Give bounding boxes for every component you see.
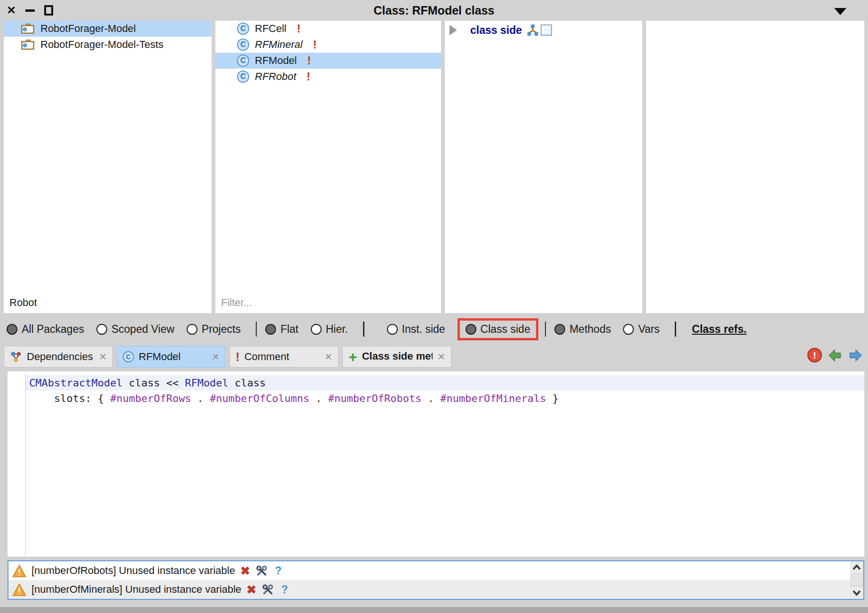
- scroll-down-icon[interactable]: [850, 587, 863, 599]
- tab-close-icon[interactable]: ✕: [212, 351, 220, 362]
- class-side-annotation-box: Class side: [458, 318, 538, 340]
- code-line-2: slots: { #numberOfRows . #numberOfColumn…: [8, 391, 864, 406]
- class-item-rfrobot[interactable]: C RFRobot !: [215, 69, 441, 85]
- radio-hier[interactable]: Hier.: [311, 323, 348, 336]
- class-item-rfmodel[interactable]: C RFModel !: [215, 53, 441, 69]
- tab-label: Dependencies: [27, 351, 94, 363]
- window-title: Class: RFModel class: [0, 0, 868, 21]
- navigate-forward-icon[interactable]: [848, 348, 862, 362]
- extension-checkbox-icon[interactable]: [541, 24, 552, 36]
- radio-button-icon[interactable]: [387, 324, 398, 335]
- classes-filter[interactable]: [215, 292, 441, 313]
- code-line-1: CMAbstractModel class << RFModel class: [26, 375, 864, 391]
- qa-warning-text: [numberOfRobots] Unused instance variabl…: [32, 565, 235, 577]
- radio-scoped-view[interactable]: Scoped View: [96, 323, 174, 336]
- comment-warning-icon: !: [236, 350, 240, 364]
- class-label: RFModel: [255, 55, 297, 67]
- class-icon: C: [123, 351, 134, 362]
- radio-label: Projects: [202, 323, 241, 336]
- fix-tools-icon[interactable]: [255, 565, 268, 577]
- qa-warning-row[interactable]: [numberOfMinerals] Unused instance varia…: [8, 580, 863, 599]
- radio-projects[interactable]: Projects: [187, 323, 241, 336]
- class-warning-badge: !: [297, 22, 300, 35]
- code-editor[interactable]: CMAbstractModel class << RFModel class s…: [8, 371, 864, 557]
- radio-label: Vars: [638, 323, 660, 336]
- navigate-back-icon[interactable]: [828, 348, 842, 362]
- radio-label: Methods: [569, 323, 611, 336]
- class-warning-badge: !: [313, 38, 316, 51]
- tab-close-icon[interactable]: ✕: [99, 351, 107, 362]
- qa-warning-text: [numberOfMinerals] Unused instance varia…: [32, 583, 241, 596]
- packages-filter[interactable]: [4, 292, 212, 313]
- pharo-system-browser-window: { "window": { "title": "Class: RFModel c…: [0, 0, 868, 613]
- protocol-item-class-side[interactable]: class side: [445, 21, 642, 39]
- help-question-icon[interactable]: ?: [281, 583, 288, 596]
- packages-filter-input[interactable]: [4, 292, 212, 313]
- radio-class-side[interactable]: Class side: [466, 323, 530, 336]
- radio-button-icon[interactable]: [623, 324, 634, 335]
- radio-all-packages[interactable]: All Packages: [7, 323, 84, 336]
- radio-label: Scoped View: [111, 323, 174, 336]
- package-item-robotforager-model-tests[interactable]: RobotForager-Model-Tests: [4, 37, 212, 53]
- ban-rule-icon[interactable]: ✖: [246, 583, 256, 597]
- class-item-rfmineral[interactable]: C RFMineral !: [215, 37, 441, 53]
- toolbar-separator: [675, 322, 676, 337]
- window-close-icon[interactable]: ✕: [7, 5, 16, 16]
- dependencies-graph-icon: [10, 351, 22, 363]
- radio-inst-side[interactable]: Inst. side: [387, 323, 445, 336]
- tab-dependencies[interactable]: Dependencies ✕: [4, 346, 113, 368]
- critiques-error-icon[interactable]: !: [807, 348, 822, 362]
- browser-mode-toolbar: All Packages Scoped View Projects Flat H…: [0, 313, 868, 345]
- radio-label: Class side: [481, 323, 530, 336]
- radio-flat[interactable]: Flat: [265, 323, 298, 336]
- radio-button-icon[interactable]: [554, 324, 565, 335]
- scroll-up-icon[interactable]: [850, 561, 863, 574]
- radio-button-icon[interactable]: [96, 324, 107, 335]
- methods-pane: [646, 21, 864, 313]
- radio-vars[interactable]: Vars: [623, 323, 660, 336]
- window-minimize-icon[interactable]: [25, 9, 35, 12]
- tab-label: Comment: [245, 351, 320, 363]
- editor-gutter-line: [25, 371, 26, 557]
- qa-warning-row[interactable]: [numberOfRobots] Unused instance variabl…: [8, 561, 863, 580]
- fix-tools-icon[interactable]: [261, 583, 274, 596]
- class-icon: C: [237, 23, 249, 35]
- window-menu-dropdown-icon[interactable]: [834, 8, 846, 15]
- radio-button-icon[interactable]: [311, 324, 322, 335]
- class-icon: C: [237, 55, 249, 67]
- hierarchy-tree-icon: [527, 24, 539, 36]
- tool-tab-bar: Dependencies ✕ C RFModel ✕ ! Comment ✕ +…: [0, 345, 868, 371]
- tab-comment[interactable]: ! Comment ✕: [229, 346, 339, 368]
- radio-button-icon[interactable]: [466, 324, 476, 335]
- tab-rfmodel[interactable]: C RFModel ✕: [117, 346, 226, 368]
- window-bottom-border: [0, 607, 868, 613]
- radio-methods[interactable]: Methods: [554, 323, 611, 336]
- package-item-robotforager-model[interactable]: RobotForager-Model: [4, 21, 212, 37]
- tab-class-side-methods[interactable]: + Class side met ✕: [342, 346, 451, 368]
- scrollbar-thumb[interactable]: [851, 574, 862, 587]
- radio-button-icon[interactable]: [187, 324, 197, 335]
- package-folder-icon: [21, 23, 35, 34]
- toolbar-separator: [256, 322, 257, 337]
- qa-scrollbar[interactable]: [850, 561, 863, 599]
- radio-button-icon[interactable]: [7, 324, 17, 335]
- title-bar: Class: RFModel class ✕: [0, 0, 868, 21]
- packages-pane: RobotForager-Model RobotForager-Model-Te…: [4, 21, 212, 313]
- ban-rule-icon[interactable]: ✖: [240, 564, 250, 578]
- warning-triangle-icon: [12, 565, 26, 577]
- quality-assistant-panel: [numberOfRobots] Unused instance variabl…: [8, 560, 864, 600]
- help-question-icon[interactable]: ?: [275, 565, 282, 577]
- window-maximize-icon[interactable]: [44, 5, 53, 16]
- tab-close-icon[interactable]: ✕: [324, 351, 332, 362]
- toolbar-separator: [545, 322, 546, 337]
- radio-button-icon[interactable]: [265, 324, 276, 335]
- class-refs-link[interactable]: Class refs.: [692, 323, 747, 336]
- class-warning-badge: !: [307, 70, 310, 83]
- tab-close-icon[interactable]: ✕: [437, 351, 445, 362]
- protocol-label: class side: [470, 24, 522, 37]
- class-label: RFCell: [255, 23, 286, 35]
- tab-label: Class side met: [362, 350, 433, 363]
- class-item-rfcell[interactable]: C RFCell !: [215, 21, 441, 37]
- classes-filter-input[interactable]: [215, 292, 441, 313]
- expander-triangle-icon[interactable]: [450, 25, 457, 35]
